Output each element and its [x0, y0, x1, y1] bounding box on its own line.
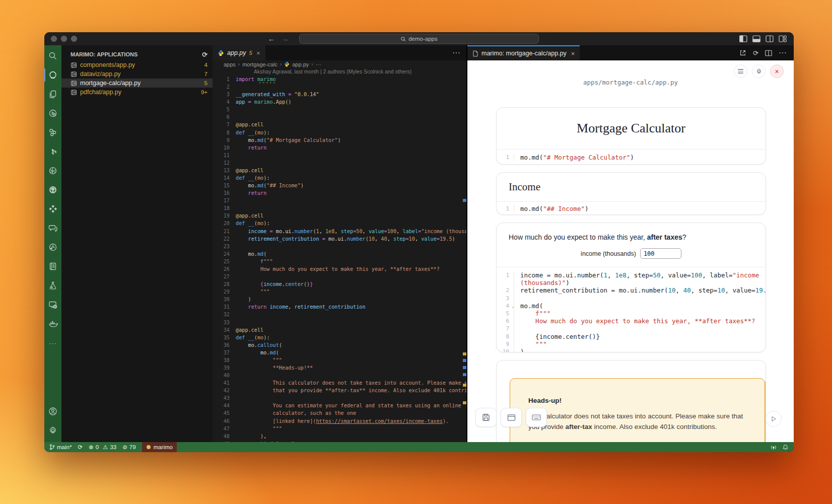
sidebar-file[interactable]: dataviz/app.py7 [61, 69, 213, 79]
code-line[interactable]: 28 {income.center()} [213, 280, 466, 288]
close-tab-icon[interactable]: × [571, 50, 575, 57]
code-line[interactable]: 11 [213, 152, 466, 159]
code-line[interactable]: 44 You can estimate your federal and sta… [213, 402, 466, 409]
code-line[interactable]: 23 [213, 243, 466, 250]
account-icon[interactable] [44, 402, 61, 421]
breadcrumb-file[interactable]: app.py [292, 61, 309, 67]
code-line[interactable]: 18 [213, 204, 466, 212]
tab-marimo-webview[interactable]: marimo: mortgage-calc/app.py × [467, 45, 580, 60]
remote-monitor-activity-icon[interactable] [44, 295, 61, 314]
reload-webview-icon[interactable]: ⟳ [753, 49, 758, 57]
sidebar-file[interactable]: mortgage-calc/app.py5 [61, 79, 213, 88]
git-branch-item[interactable]: main* [49, 444, 72, 450]
tab-app-py[interactable]: app.py 5 × [213, 45, 265, 60]
code-line[interactable]: 30 ) [213, 296, 466, 303]
code-line[interactable]: 8def __(mo): [213, 129, 466, 136]
sidebar-file[interactable]: components/app.py4 [61, 60, 213, 69]
code-line[interactable]: 43 [213, 394, 466, 402]
code-line[interactable]: 21 income = mo.ui.number(1, 1e8, step=50… [213, 228, 466, 235]
refresh-icon[interactable]: ⟳ [202, 51, 207, 58]
code-line[interactable]: 46 [linked here](https://smartasset.com/… [213, 417, 466, 425]
code-line[interactable]: 36 mo.callout( [213, 341, 466, 349]
code-line[interactable]: 41 This calculator does not take taxes i… [213, 379, 466, 387]
pulse-circle-activity-icon[interactable] [44, 238, 61, 257]
diamonds-activity-icon[interactable] [44, 199, 61, 219]
code-line[interactable]: 24 mo.md( [213, 250, 466, 258]
test-beaker-activity-icon[interactable] [44, 276, 61, 295]
code-line[interactable]: 33 [213, 319, 466, 326]
panel-button[interactable] [501, 408, 522, 427]
sidebar-file[interactable]: pdfchat/app.py9+ [61, 88, 213, 97]
split-editor-icon[interactable] [765, 50, 772, 56]
code-line[interactable]: 3__generated_with = "0.0.14" [213, 91, 466, 98]
code-line[interactable]: 17 [213, 197, 466, 204]
code-line[interactable]: 2 [213, 83, 466, 91]
keyboard-shortcuts-button[interactable] [526, 408, 547, 427]
code-line[interactable]: 20def __(mo): [213, 220, 466, 227]
code-line[interactable]: 38 """ [213, 356, 466, 364]
more-activity-icon[interactable]: ··· [44, 333, 61, 352]
broadcast-icon[interactable] [770, 444, 777, 451]
git-blame-annotation[interactable]: Akshay Agrawal, last month | 2 authors (… [213, 68, 466, 76]
run-app-button[interactable] [766, 411, 782, 427]
forward-arrow-icon[interactable]: → [282, 35, 289, 43]
code-line[interactable]: 25 f""" [213, 258, 466, 265]
code-line[interactable]: 15 mo.md("## Income") [213, 182, 466, 189]
sync-changes-item[interactable]: ⟳ [78, 444, 83, 451]
github-activity-icon[interactable] [44, 180, 61, 199]
breadcrumb-folder[interactable]: mortgage-calc [242, 61, 278, 67]
code-line[interactable]: 1import marimo [213, 76, 466, 83]
notebook-activity-icon[interactable] [44, 257, 61, 276]
save-button[interactable] [475, 408, 497, 427]
terraform-activity-icon[interactable] [44, 142, 61, 161]
marimo-status-item[interactable]: marimo [142, 442, 177, 452]
toggle-panel-icon[interactable] [752, 35, 760, 42]
fold-chevron-icon[interactable]: ⌄ [512, 303, 514, 310]
search-activity-icon[interactable] [44, 46, 61, 65]
code-line[interactable]: 45 calculator, such as the one [213, 409, 466, 417]
code-line[interactable]: 26 How much do you expect to make this y… [213, 265, 466, 273]
command-center-search[interactable]: demo-apps [299, 34, 539, 44]
code-line[interactable]: 27 [213, 273, 466, 280]
code-line[interactable]: 4app = marimo.App() [213, 98, 466, 106]
code-line[interactable]: 22 retirement_contribution = mo.ui.numbe… [213, 235, 466, 243]
secondary-count-item[interactable]: ⊘79 [122, 444, 135, 451]
code-line[interactable]: 29 """ [213, 288, 466, 296]
code-line[interactable]: 13@app.cell [213, 167, 466, 174]
code-line[interactable]: 39 **Heads-up!** [213, 364, 466, 372]
back-arrow-icon[interactable]: ← [268, 35, 275, 43]
webview-more-actions-icon[interactable]: ··· [779, 48, 787, 57]
code-line[interactable]: 32 [213, 311, 466, 318]
comments-activity-icon[interactable] [44, 219, 61, 238]
run-circle-activity-icon[interactable] [44, 104, 61, 123]
code-line[interactable]: 19@app.cell [213, 212, 466, 220]
docker-activity-icon[interactable] [44, 314, 61, 333]
breadcrumb-symbol[interactable]: ··· [316, 61, 321, 67]
code-line[interactable]: 9 mo.md("# Mortgage Calculator") [213, 136, 466, 144]
code-line[interactable]: 6 [213, 113, 466, 121]
code-line[interactable]: 12 [213, 159, 466, 167]
code-line[interactable]: 16 return [213, 189, 466, 197]
close-window-button[interactable] [51, 36, 57, 42]
code-line[interactable]: 7@app.cell [213, 121, 466, 128]
code-line[interactable]: 31 return income, retirement_contributio… [213, 303, 466, 311]
code-editor[interactable]: Akshay Agrawal, last month | 2 authors (… [213, 68, 466, 442]
code-line[interactable]: 40 [213, 372, 466, 379]
zoom-window-button[interactable] [71, 36, 77, 42]
code-line[interactable]: 34@app.cell [213, 326, 466, 334]
marimo-activity-icon[interactable] [44, 65, 61, 85]
code-line[interactable]: 48 ), [213, 433, 466, 440]
code-line[interactable]: 37 mo.md( [213, 349, 466, 356]
code-line[interactable]: 14def __(mo): [213, 174, 466, 182]
close-app-button[interactable]: × [770, 64, 784, 78]
code-line[interactable]: 42 that you provide **after-tax** income… [213, 387, 466, 394]
toggle-sidebar-icon[interactable] [739, 35, 747, 42]
menu-button[interactable] [734, 64, 747, 78]
editor-more-actions-icon[interactable]: ··· [452, 48, 460, 57]
income-number-input[interactable] [640, 248, 681, 259]
problems-item[interactable]: ⊗0 ⚠33 [89, 444, 116, 451]
code-line[interactable]: 35def __(mo): [213, 334, 466, 341]
settings-gear-icon[interactable] [44, 421, 61, 440]
bell-icon[interactable] [782, 444, 789, 451]
minimize-window-button[interactable] [61, 36, 67, 42]
